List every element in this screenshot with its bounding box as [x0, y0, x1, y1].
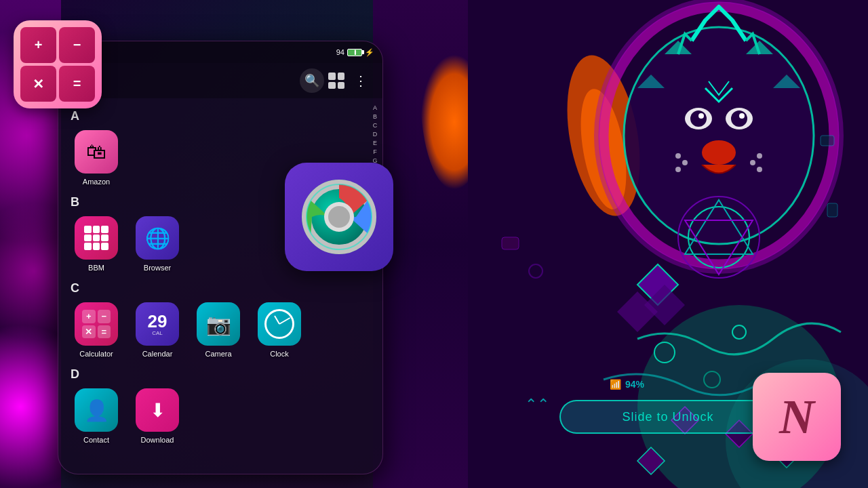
- slide-unlock-text: Slide to Unlock: [622, 410, 713, 424]
- app-row-d: 👤 Contact ⬇ Download: [64, 384, 362, 448]
- alpha-f[interactable]: F: [372, 148, 378, 156]
- corner-calculator-icon[interactable]: + − ✕ =: [14, 20, 102, 108]
- app-item-calendar[interactable]: 29 CAL Calendar: [130, 302, 184, 358]
- alpha-d[interactable]: D: [372, 130, 379, 138]
- alpha-e[interactable]: E: [372, 139, 378, 147]
- app-drawer-header: 🔍 ⋮: [58, 63, 382, 98]
- app-item-amazon[interactable]: 🛍 Amazon: [69, 130, 123, 186]
- app-item-contact[interactable]: 👤 Contact: [69, 388, 123, 444]
- alpha-b[interactable]: B: [372, 113, 378, 121]
- download-icon-bg: ⬇: [136, 388, 179, 432]
- alphabet-sidebar: A B C D E F G H I J K L M N O P Q: [368, 98, 382, 474]
- section-header-c: C: [64, 276, 362, 298]
- battery-status: 94: [336, 48, 344, 56]
- slide-unlock-bar[interactable]: Slide to Unlock: [559, 400, 776, 434]
- app-item-camera[interactable]: 📷 Camera: [191, 302, 245, 358]
- calc-cell-equals: =: [59, 66, 95, 102]
- app-item-browser[interactable]: 🌐 Browser: [130, 216, 184, 272]
- chrome-wrapper: [285, 163, 393, 271]
- amazon-icon: 🛍: [75, 130, 118, 174]
- bbm-label: BBM: [88, 264, 104, 272]
- app-item-bbm[interactable]: BBM: [69, 216, 123, 272]
- calc-cell-plus: +: [20, 27, 56, 63]
- browser-icon: 🌐: [136, 216, 179, 260]
- signal-icon: 📶: [610, 379, 621, 390]
- corner-netflix-icon[interactable]: N: [753, 373, 841, 461]
- chrome-floating-icon[interactable]: [285, 163, 393, 271]
- grid-toggle-button[interactable]: [324, 68, 349, 93]
- clock-icon: [258, 302, 301, 346]
- download-label: Download: [141, 436, 174, 444]
- camera-label: Camera: [205, 350, 231, 358]
- app-list-area: A 🛍 Amazon B: [58, 98, 382, 474]
- battery-display: 📶 94%: [610, 379, 644, 390]
- clock-label: Clock: [270, 350, 289, 358]
- svg-point-47: [328, 206, 350, 228]
- more-icon: ⋮: [354, 73, 368, 89]
- status-bar: ← → 94 ▐ ⚡: [58, 41, 382, 63]
- netflix-n-letter: N: [779, 389, 814, 445]
- calc-cell-multiply: ✕: [20, 66, 56, 102]
- contact-label: Contact: [83, 436, 109, 444]
- bbm-icon: [75, 216, 118, 260]
- alpha-a[interactable]: A: [372, 104, 378, 112]
- calc-cell-minus: −: [59, 27, 95, 63]
- amazon-label: Amazon: [83, 178, 110, 186]
- up-arrow-indicator: ⌃⌃: [525, 396, 549, 413]
- search-button[interactable]: 🔍: [300, 68, 324, 93]
- app-item-clock[interactable]: Clock: [252, 302, 307, 358]
- status-icons: 94 ▐ ⚡: [336, 48, 374, 57]
- calculator-wrapper: + − ✕ =: [14, 20, 102, 108]
- section-c: C + − ✕ = Calculator: [64, 276, 362, 362]
- contact-icon: 👤: [75, 388, 118, 432]
- apps-content: A 🛍 Amazon B: [58, 98, 368, 474]
- calculator-label: Calculator: [79, 350, 113, 358]
- app-item-download[interactable]: ⬇ Download: [130, 388, 184, 444]
- battery-icon: ▐: [347, 49, 362, 56]
- charge-icon: ⚡: [365, 48, 374, 57]
- section-header-d: D: [64, 362, 362, 384]
- app-row-c: + − ✕ = Calculator 29 CAL: [64, 298, 362, 362]
- calendar-label: Calendar: [142, 350, 173, 358]
- section-header-a: A: [64, 104, 362, 126]
- more-options-button[interactable]: ⋮: [349, 68, 373, 93]
- netflix-wrapper: N: [753, 373, 841, 461]
- battery-percent-text: 94%: [625, 379, 644, 390]
- alpha-c[interactable]: C: [372, 121, 379, 129]
- calendar-icon: 29 CAL: [136, 302, 179, 346]
- app-item-calculator[interactable]: + − ✕ = Calculator: [69, 302, 123, 358]
- section-d: D 👤 Contact ⬇ Download: [64, 362, 362, 448]
- search-icon: 🔍: [304, 73, 319, 88]
- browser-label: Browser: [144, 264, 171, 272]
- camera-icon: 📷: [197, 302, 240, 346]
- calculator-icon: + − ✕ =: [75, 302, 118, 346]
- grid-icon: [328, 73, 344, 89]
